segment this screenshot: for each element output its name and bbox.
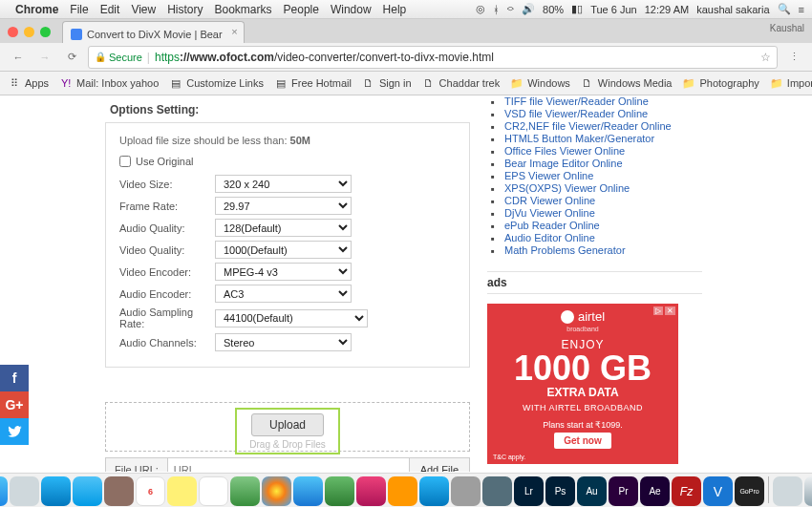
volume-icon[interactable]: 🔊 xyxy=(522,3,535,15)
menu-people[interactable]: People xyxy=(284,3,319,16)
dock-aftereffects[interactable]: Ae xyxy=(640,476,670,506)
sidebar-link[interactable]: DjVu Viewer Online xyxy=(504,207,595,219)
file-url-input[interactable] xyxy=(168,458,409,472)
dock-gopro[interactable]: GoPro xyxy=(735,476,764,506)
dock-ibooks[interactable] xyxy=(388,476,417,506)
dock-mail[interactable] xyxy=(73,476,102,506)
menu-file[interactable]: File xyxy=(70,3,88,16)
bookmark-customize[interactable]: ▤Customize Links xyxy=(169,76,264,90)
dock-vlc[interactable]: V xyxy=(703,476,733,506)
twitter-share[interactable] xyxy=(0,418,29,445)
reload-button[interactable]: ⟳ xyxy=(61,47,82,68)
audio-encoder-select[interactable]: AC3 xyxy=(215,285,352,303)
ad-banner[interactable]: ▷✕ airtel broadband ENJOY 1000 GB EXTRA … xyxy=(487,304,678,464)
chrome-menu-icon[interactable]: ⋮ xyxy=(783,47,804,68)
menubar-user[interactable]: kaushal sakaria xyxy=(696,4,769,15)
dock-mamp[interactable] xyxy=(482,476,512,506)
bookmark-mail[interactable]: Y!Mail: Inbox yahoo xyxy=(59,76,159,90)
bookmark-photography[interactable]: 📁Photography xyxy=(682,76,759,90)
battery-icon[interactable]: ▮▯ xyxy=(571,3,583,15)
sidebar-link[interactable]: Math Problems Generator xyxy=(504,244,626,256)
bookmark-chaddar[interactable]: 🗋Chaddar trek xyxy=(422,76,501,90)
bookmark-star-icon[interactable]: ☆ xyxy=(760,51,771,64)
bookmark-signin[interactable]: 🗋Sign in xyxy=(362,76,412,90)
dock-sysprefs[interactable] xyxy=(451,476,481,506)
dock-maps[interactable] xyxy=(230,476,260,506)
sidebar-link[interactable]: CDR Viewer Online xyxy=(504,195,595,206)
sidebar-link[interactable]: VSD file Viewer/Reader Online xyxy=(504,108,648,119)
add-file-button[interactable]: Add File xyxy=(409,458,469,472)
window-close[interactable] xyxy=(8,27,18,37)
sidebar-link[interactable]: ePub Reader Online xyxy=(504,220,600,231)
notification-center-icon[interactable]: ≡ xyxy=(799,4,804,15)
dock-notes[interactable] xyxy=(167,476,197,506)
dock-downloads[interactable] xyxy=(773,476,802,506)
googleplus-share[interactable]: G+ xyxy=(0,391,29,418)
dock-safari[interactable] xyxy=(41,476,71,506)
dock-contacts[interactable] xyxy=(104,476,134,506)
facebook-share[interactable]: f xyxy=(0,365,29,391)
dock-itunes[interactable] xyxy=(356,476,386,506)
upload-dropzone[interactable]: Upload Drag & Drop Files xyxy=(105,402,470,452)
dock-finder[interactable] xyxy=(0,476,8,506)
audio-channels-select[interactable]: Stereo xyxy=(215,333,352,351)
upload-button[interactable]: Upload xyxy=(251,413,324,436)
menubar-date[interactable]: Tue 6 Jun xyxy=(590,4,637,15)
wifi-icon[interactable]: ⌔ xyxy=(507,4,514,15)
audio-quality-select[interactable]: 128(Default) xyxy=(215,219,352,237)
sidebar-link[interactable]: Office Files Viewer Online xyxy=(504,145,625,157)
dock-photos[interactable] xyxy=(262,476,291,506)
dock-trash[interactable] xyxy=(804,476,812,506)
video-encoder-select[interactable]: MPEG-4 v3 xyxy=(215,263,352,281)
bookmark-imported[interactable]: 📁Imported From IE xyxy=(770,76,812,90)
video-quality-select[interactable]: 1000(Default) xyxy=(215,241,352,259)
sidebar-link[interactable]: TIFF file Viewer/Reader Online xyxy=(504,95,649,107)
adchoices-icon[interactable]: ▷✕ xyxy=(653,306,675,315)
address-bar[interactable]: 🔒Secure | https://www.ofoct.com/video-co… xyxy=(88,46,778,69)
menu-bookmarks[interactable]: Bookmarks xyxy=(215,3,272,16)
sidebar-link[interactable]: Bear Image Editor Online xyxy=(504,158,623,169)
menubar-time[interactable]: 12:29 AM xyxy=(645,4,689,15)
window-zoom[interactable] xyxy=(40,27,51,37)
sidebar-link[interactable]: CR2,NEF file Viewer/Reader Online xyxy=(504,120,672,132)
menu-history[interactable]: History xyxy=(167,3,203,16)
chrome-profile[interactable]: Kaushal xyxy=(770,23,804,33)
dock-premiere[interactable]: Pr xyxy=(609,476,638,506)
bookmark-windows[interactable]: 📁Windows xyxy=(510,76,570,90)
status-circle-icon[interactable]: ◎ xyxy=(476,3,485,15)
apps-shortcut[interactable]: ⠿Apps xyxy=(8,76,49,90)
dock-launchpad[interactable] xyxy=(10,476,39,506)
dock-photoshop[interactable]: Ps xyxy=(545,476,575,506)
dock-facetime[interactable] xyxy=(325,476,354,506)
menu-help[interactable]: Help xyxy=(383,3,407,16)
sidebar-link[interactable]: HTML5 Button Maker/Generator xyxy=(504,133,654,144)
app-menu[interactable]: Chrome xyxy=(15,3,58,16)
sidebar-link[interactable]: EPS Viewer Online xyxy=(504,170,593,181)
bookmark-winmedia[interactable]: 🗋Windows Media xyxy=(581,76,673,90)
browser-tab[interactable]: Convert to DivX Movie | Bear × xyxy=(62,21,245,43)
frame-rate-select[interactable]: 29.97 xyxy=(215,197,352,215)
dock-lightroom[interactable]: Lr xyxy=(514,476,544,506)
window-minimize[interactable] xyxy=(24,27,34,37)
bluetooth-icon[interactable]: ᚼ xyxy=(493,4,500,15)
tab-close-icon[interactable]: × xyxy=(231,26,237,37)
sidebar-link[interactable]: Audio Editor Online xyxy=(504,232,595,243)
use-original-checkbox[interactable] xyxy=(119,156,131,167)
ad-cta-button[interactable]: Get now xyxy=(554,433,610,449)
dock-reminders[interactable] xyxy=(199,476,228,506)
back-button[interactable]: ← xyxy=(8,47,29,68)
sidebar-link[interactable]: XPS(OXPS) Viewer Online xyxy=(504,182,630,194)
video-size-select[interactable]: 320 x 240 xyxy=(215,175,352,193)
audio-sampling-select[interactable]: 44100(Default) xyxy=(215,309,368,327)
dock-appstore[interactable] xyxy=(419,476,449,506)
spotlight-icon[interactable]: 🔍 xyxy=(778,3,791,15)
dock-filezilla[interactable]: Fz xyxy=(672,476,701,506)
window-controls xyxy=(0,27,58,43)
dock-audition[interactable]: Au xyxy=(577,476,607,506)
dock-messages[interactable] xyxy=(293,476,323,506)
dock-calendar[interactable]: 6 xyxy=(136,476,165,506)
menu-window[interactable]: Window xyxy=(331,3,372,16)
menu-view[interactable]: View xyxy=(131,3,156,16)
menu-edit[interactable]: Edit xyxy=(100,3,120,16)
bookmark-hotmail[interactable]: ▤Free Hotmail xyxy=(274,76,352,90)
